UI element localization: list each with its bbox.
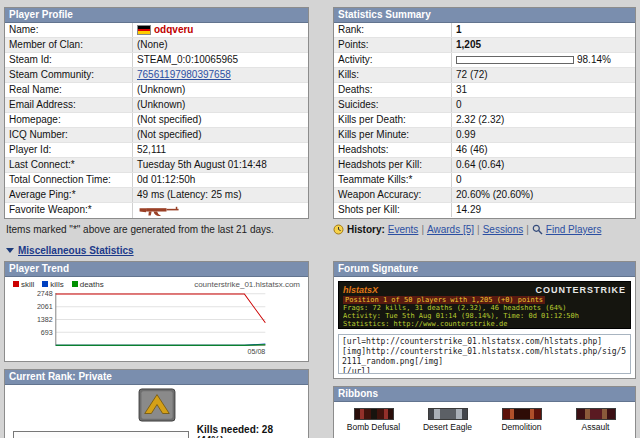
table-row: Teammate Kills:*0 <box>334 172 635 187</box>
player-trend-title: Player Trend <box>5 262 308 277</box>
left-stack: Player Trend skill kills deaths counters… <box>4 261 309 438</box>
row-value: (Unknown) <box>133 83 308 97</box>
row-value: 72 (72) <box>452 68 635 82</box>
separator: | <box>526 224 529 235</box>
table-row: Headshots:46 (46) <box>334 142 635 157</box>
misc-statistics-link[interactable]: Miscellaneous Statistics <box>18 245 134 256</box>
kills-needed-label: Kills needed: 28 (44%) <box>197 424 300 438</box>
legend-marker-skill <box>13 281 19 287</box>
table-row: Deaths:31 <box>334 82 635 97</box>
row-label: Kills per Death: <box>334 113 452 127</box>
row-label: Headshots: <box>334 143 452 157</box>
mid-row: Items marked "*" above are generated fro… <box>4 224 636 235</box>
hlstatsx-logo: hlstatsX <box>343 285 378 295</box>
row-label: Average Ping:* <box>5 188 133 202</box>
row-label: Email Address: <box>5 98 133 112</box>
row-label: Deaths: <box>334 83 452 97</box>
bbcode-textbox[interactable]: [url=http://counterstrike_01.hlstatsx.co… <box>338 334 631 374</box>
row-value: 76561197980397658 <box>133 68 308 82</box>
row-label: ICQ Number: <box>5 128 133 142</box>
table-row: Weapon Accuracy:20.60% (20.60%) <box>334 187 635 202</box>
table-row: Email Address:(Unknown) <box>5 97 308 112</box>
player-trend-panel: Player Trend skill kills deaths counters… <box>4 261 309 362</box>
row-value: 0.99 <box>452 128 635 142</box>
row-value: 0d 01:12:50h <box>133 173 308 187</box>
ribbon-image <box>502 408 542 420</box>
svg-text:2061: 2061 <box>37 303 53 310</box>
row-label: Kills: <box>334 68 452 82</box>
svg-text:1382: 1382 <box>37 316 53 323</box>
signature-banner: hlstatsX COUNTERSTRIKE Position 1 of 50 … <box>338 281 631 329</box>
find-players-link[interactable]: Find Players <box>546 224 602 235</box>
row-label: Player Id: <box>5 143 133 157</box>
trend-chart: skill kills deaths counterstrike_01.hlst… <box>5 277 308 361</box>
trend-chart-svg: 27482061138269305/08 <box>9 289 304 357</box>
search-icon <box>532 224 543 235</box>
table-row: Shots per Kill:14.29 <box>334 202 635 217</box>
ribbon-image <box>354 408 394 420</box>
table-row: Average Ping:*49 ms (Latency: 25 ms) <box>5 187 308 202</box>
ribbon: Assault <box>560 408 631 432</box>
sessions-link[interactable]: Sessions <box>483 224 524 235</box>
awards-link[interactable]: Awards [5] <box>427 224 474 235</box>
legend-marker-kills <box>42 281 48 287</box>
table-row: Homepage:(Not specified) <box>5 112 308 127</box>
legend-marker-deaths <box>72 281 78 287</box>
table-row: Steam Id:STEAM_0:0:10065965 <box>5 52 308 67</box>
row-label: Suicides: <box>334 98 452 112</box>
events-link[interactable]: Events <box>388 224 419 235</box>
signature-line: Position 1 of 50 players with 1,205 (+0)… <box>343 296 545 304</box>
chart-legend: skill kills deaths counterstrike_01.hlst… <box>9 280 304 289</box>
chart-title: counterstrike_01.hlstatsx.com <box>194 280 300 289</box>
table-row: Player Id:52,111 <box>5 142 308 157</box>
legend-label: skill <box>21 280 34 289</box>
activity-progress-bar <box>456 56 574 64</box>
signature-line: Activity: Tue 5th Aug 01:14 (98.14%), Ti… <box>343 312 626 320</box>
table-row: Activity: 98.14% <box>334 52 635 67</box>
ribbon: Desert Eagle <box>412 408 483 432</box>
row-label: Real Name: <box>5 83 133 97</box>
table-row: Headshots per Kill:0.64 (0.64) <box>334 157 635 172</box>
svg-text:05/08: 05/08 <box>248 348 266 355</box>
footnote: Items marked "*" above are generated fro… <box>4 224 309 235</box>
history-label: History: <box>347 224 385 235</box>
legend-item: skill <box>13 280 34 289</box>
ribbon-image <box>576 408 616 420</box>
row-label: Steam Community: <box>5 68 133 82</box>
misc-statistics-row: Miscellaneous Statistics <box>6 245 636 256</box>
current-rank-panel: Current Rank: Private Kills needed: 28 (… <box>4 369 309 438</box>
ribbon: Demolition <box>486 408 557 432</box>
row-value: (Not specified) <box>133 113 308 127</box>
ribbons-title: Ribbons <box>334 387 635 402</box>
current-rank-title: Current Rank: Private <box>5 370 308 385</box>
history-icon <box>333 224 344 235</box>
row-label: Steam Id: <box>5 53 133 67</box>
row-value: Tuesday 5th August 01:14:48 <box>133 158 308 172</box>
forum-signature-title: Forum Signature <box>334 262 635 277</box>
ribbon: Bomb Defusal <box>338 408 409 432</box>
steam-community-link[interactable]: 76561197980397658 <box>137 69 231 81</box>
row-label: Favorite Weapon:* <box>5 203 133 218</box>
row-label: Activity: <box>334 53 452 67</box>
right-stack: Forum Signature hlstatsX COUNTERSTRIKE P… <box>333 261 636 438</box>
ribbons-panel: Ribbons Bomb Defusal Desert Eagle Demoli… <box>333 386 636 438</box>
statistics-summary-panel: Statistics Summary Rank:1 Points:1,205 A… <box>333 7 636 219</box>
table-row: Points:1,205 <box>334 37 635 52</box>
table-row: Member of Clan:(None) <box>5 37 308 52</box>
row-label: Weapon Accuracy: <box>334 188 452 202</box>
bottom-row: Player Trend skill kills deaths counters… <box>4 261 636 438</box>
table-row: Suicides:0 <box>334 97 635 112</box>
table-row: Last Connect:*Tuesday 5th August 01:14:4… <box>5 157 308 172</box>
row-value: odqveru <box>133 23 308 37</box>
row-label: Name: <box>5 23 133 37</box>
table-row: Name: odqveru <box>5 23 308 37</box>
table-row: Favorite Weapon:* <box>5 202 308 218</box>
row-value: 0.64 (0.64) <box>452 158 635 172</box>
rank-value: 1 <box>452 23 635 37</box>
table-row: Steam Community:76561197980397658 <box>5 67 308 82</box>
row-value: 46 (46) <box>452 143 635 157</box>
svg-text:693: 693 <box>41 329 53 336</box>
row-value: 0 <box>452 173 635 187</box>
activity-percent: 98.14% <box>577 54 611 66</box>
row-label: Homepage: <box>5 113 133 127</box>
